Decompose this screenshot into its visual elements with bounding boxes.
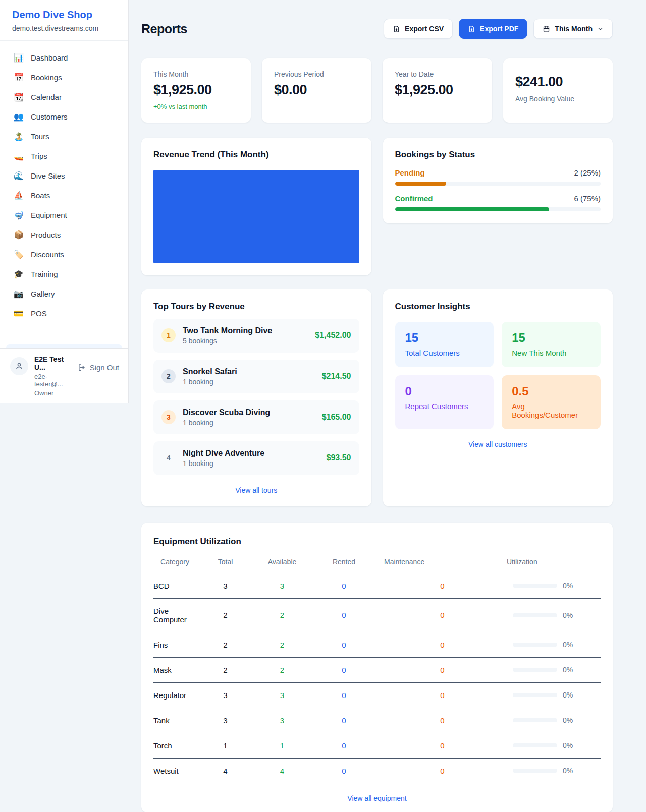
sidebar-nav-item[interactable]: ⛵ Boats xyxy=(7,186,121,205)
sign-out-icon xyxy=(78,363,86,372)
tour-bookings: 1 booking xyxy=(183,378,315,386)
equipment-table-body: BCD 3 3 0 0 0% xyxy=(153,573,601,783)
stat-card: Previous Period $0.00 xyxy=(262,58,371,123)
equipment-utilization-cell: 0% xyxy=(507,632,601,657)
status-row-head: Confirmed 6 (75%) xyxy=(395,194,601,203)
equipment-maintenance: 0 xyxy=(378,733,507,758)
equipment-available: 2 xyxy=(254,598,310,632)
equipment-rented: 0 xyxy=(310,733,378,758)
utilization-wrap: 0% xyxy=(513,716,601,724)
tour-info: Discover Scuba Diving 1 booking xyxy=(183,408,315,427)
nav-item-icon: 🌊 xyxy=(13,171,24,181)
sidebar-nav-item[interactable]: 📦 Products xyxy=(7,225,121,245)
equipment-category: Tank xyxy=(153,708,196,733)
export-csv-label: Export CSV xyxy=(405,25,444,33)
sidebar-nav-item[interactable]: 📷 Gallery xyxy=(7,284,121,304)
sidebar-nav-item[interactable]: 🎓 Training xyxy=(7,264,121,284)
equipment-utilization-cell: 0% xyxy=(507,682,601,708)
status-label: Confirmed xyxy=(395,194,433,203)
utilization-percent: 0% xyxy=(563,611,573,619)
tour-revenue: $1,452.00 xyxy=(315,331,351,340)
utilization-percent: 0% xyxy=(563,767,573,775)
status-row: Confirmed 6 (75%) xyxy=(395,194,601,211)
insight-label: Total Customers xyxy=(405,349,484,357)
tour-rank-badge: 3 xyxy=(162,410,176,424)
user-email: e2e-tester@... xyxy=(34,373,72,388)
equipment-total: 3 xyxy=(196,708,254,733)
status-bar-track xyxy=(395,207,601,211)
equipment-row: BCD 3 3 0 0 0% xyxy=(153,573,601,598)
utilization-percent: 0% xyxy=(563,691,573,699)
sidebar-nav-item[interactable]: 🌊 Dive Sites xyxy=(7,166,121,186)
equipment-total: 2 xyxy=(196,632,254,657)
page-header: Reports Export CSV Export PDF xyxy=(141,13,613,45)
nav-item-label: Discounts xyxy=(31,250,64,259)
utilization-wrap: 0% xyxy=(513,691,601,699)
equipment-utilization-cell: 0% xyxy=(507,758,601,783)
equipment-category: BCD xyxy=(153,573,196,598)
nav-item-icon: 📅 xyxy=(13,73,24,82)
sign-out-button[interactable]: Sign Out xyxy=(78,363,119,372)
sidebar-nav-item[interactable]: 🏷️ Discounts xyxy=(7,245,121,264)
sidebar-nav-item[interactable]: 💳 POS xyxy=(7,304,121,323)
insight-label: Repeat Customers xyxy=(405,402,484,411)
stat-value: $1,925.00 xyxy=(395,82,480,98)
insight-card: 0 Repeat Customers xyxy=(395,375,494,429)
stat-cards: This Month $1,925.00 +0% vs last month P… xyxy=(141,58,613,123)
export-pdf-button[interactable]: Export PDF xyxy=(459,19,527,39)
equipment-utilization-cell: 0% xyxy=(507,598,601,632)
equipment-total: 1 xyxy=(196,733,254,758)
sidebar-nav-item[interactable]: 🤿 Equipment xyxy=(7,205,121,225)
tour-revenue: $93.50 xyxy=(327,453,351,462)
sidebar-nav-item[interactable]: 🏝️ Tours xyxy=(7,127,121,146)
export-csv-button[interactable]: Export CSV xyxy=(384,19,453,39)
utilization-percent: 0% xyxy=(563,716,573,724)
stat-value: $241.00 xyxy=(515,74,601,90)
utilization-wrap: 0% xyxy=(513,641,601,649)
insight-value: 15 xyxy=(512,331,590,345)
nav-active-item-partial[interactable] xyxy=(6,344,122,348)
equipment-row: Mask 2 2 0 0 0% xyxy=(153,657,601,682)
utilization-bar-track xyxy=(513,693,557,697)
insight-label: Avg Bookings/Customer xyxy=(512,402,590,419)
sidebar-nav-item[interactable]: 📅 Bookings xyxy=(7,68,121,87)
insight-value: 0.5 xyxy=(512,384,590,398)
page-title: Reports xyxy=(141,22,187,36)
view-all-customers-link[interactable]: View all customers xyxy=(395,440,601,448)
status-label: Pending xyxy=(395,168,425,177)
utilization-wrap: 0% xyxy=(513,611,601,619)
view-all-equipment-link[interactable]: View all equipment xyxy=(153,794,601,802)
tour-name: Night Dive Adventure xyxy=(183,449,319,458)
equipment-total: 4 xyxy=(196,758,254,783)
sidebar-nav-item[interactable]: 🚤 Trips xyxy=(7,146,121,166)
view-all-tours-link[interactable]: View all tours xyxy=(153,486,359,494)
equipment-available: 4 xyxy=(254,758,310,783)
sidebar-nav-item[interactable]: 👥 Customers xyxy=(7,107,121,127)
nav-item-icon: 📦 xyxy=(13,230,24,240)
tour-rank-badge: 2 xyxy=(162,369,176,383)
stat-label: Year to Date xyxy=(395,70,480,78)
top-tours-card: Top Tours by Revenue 1 Two Tank Morning … xyxy=(141,289,371,506)
stat-card: $241.00 Avg Booking Value xyxy=(503,58,613,123)
equipment-utilization-cell: 0% xyxy=(507,657,601,682)
utilization-wrap: 0% xyxy=(513,582,601,590)
sidebar-nav-item[interactable]: 📆 Calendar xyxy=(7,87,121,107)
utilization-wrap: 0% xyxy=(513,767,601,775)
utilization-bar-track xyxy=(513,769,557,773)
equipment-utilization-title: Equipment Utilization xyxy=(153,537,601,547)
stat-label: Previous Period xyxy=(274,70,359,78)
equipment-maintenance: 0 xyxy=(378,573,507,598)
tour-name: Snorkel Safari xyxy=(183,367,315,376)
tour-row: 1 Two Tank Morning Dive 5 bookings $1,45… xyxy=(153,319,359,353)
equipment-category: Dive Computer xyxy=(153,598,196,632)
stat-value: $1,925.00 xyxy=(153,82,239,98)
equipment-available: 3 xyxy=(254,708,310,733)
bookings-by-status-card: Bookings by Status Pending 2 (25%) xyxy=(383,138,613,223)
period-dropdown[interactable]: This Month xyxy=(533,19,613,39)
nav-item-icon: 🤿 xyxy=(13,210,24,220)
sidebar-nav-item[interactable]: 📊 Dashboard xyxy=(7,48,121,68)
equipment-column-header: Total xyxy=(196,554,254,573)
nav-item-icon: 📷 xyxy=(13,289,24,299)
utilization-percent: 0% xyxy=(563,641,573,649)
status-bar-fill xyxy=(395,182,447,186)
